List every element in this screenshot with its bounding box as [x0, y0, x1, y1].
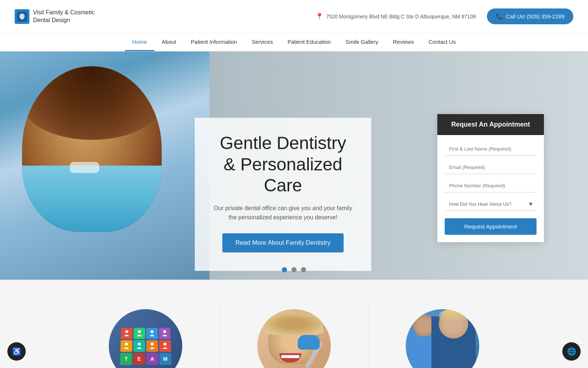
email-input[interactable]	[445, 161, 537, 174]
nav-patient-information[interactable]: Patient Information	[183, 33, 244, 51]
card-patient	[370, 302, 514, 368]
hero-content: Gentle Dentistry & Personalized Care Our…	[195, 118, 371, 271]
svg-point-8	[164, 343, 166, 346]
block-E: E	[133, 353, 145, 365]
hero-person-face	[22, 66, 162, 232]
call-label: Call Us! (505) 359-2289	[506, 13, 564, 20]
team-blocks-grid: T E A M	[120, 328, 171, 365]
hero-shirt	[22, 166, 162, 232]
appointment-form-header: Request An Appointment	[437, 114, 544, 135]
slide-dot-1[interactable]	[282, 267, 287, 272]
appointment-form-body: How Did You Hear About Us? Google Facebo…	[437, 135, 544, 242]
patient-bg	[431, 316, 476, 368]
hero-subtitle: Our private dental office can give you a…	[213, 204, 353, 222]
nav-reviews[interactable]: Reviews	[386, 33, 421, 51]
nav-services[interactable]: Services	[244, 33, 280, 51]
slide-dot-2[interactable]	[291, 267, 297, 272]
accessibility-icon: ♿	[12, 347, 21, 356]
svg-point-6	[138, 343, 141, 346]
svg-point-1	[125, 330, 128, 333]
slide-dots	[282, 267, 306, 272]
hear-about-select[interactable]: How Did You Hear About Us? Google Facebo…	[445, 198, 537, 210]
card-dental	[222, 302, 366, 368]
block-A: A	[146, 353, 158, 365]
block-4	[159, 328, 171, 339]
card-divider-2	[368, 302, 368, 368]
address-area: 📍 7520 Montgomery Blvd NE Bldg C Ste D A…	[315, 13, 476, 21]
hero-image	[0, 52, 209, 280]
card-patient-image	[406, 309, 479, 368]
hero-section: Gentle Dentistry & Personalized Care Our…	[0, 52, 588, 280]
call-button[interactable]: 📞 Call Us! (505) 359-2289	[487, 8, 573, 24]
site-header: Visit Family & Cosmetic Dental Design 📍 …	[0, 0, 588, 33]
teeth	[281, 355, 300, 358]
main-nav: Home About Patient Information Services …	[0, 33, 588, 52]
logo-area[interactable]: Visit Family & Cosmetic Dental Design	[15, 9, 99, 24]
glove	[298, 335, 320, 350]
hero-title: Gentle Dentistry & Personalized Care	[213, 132, 353, 196]
nav-patient-education[interactable]: Patient Education	[280, 33, 338, 51]
logo-text: Visit Family & Cosmetic Dental Design	[33, 9, 99, 24]
card-divider-1	[220, 302, 220, 368]
svg-point-7	[151, 343, 154, 346]
nav-contact-us[interactable]: Contact Us	[421, 33, 463, 51]
svg-point-5	[125, 343, 128, 346]
appointment-form: Request An Appointment How Did You Hear …	[437, 114, 544, 242]
block-M: M	[159, 353, 171, 365]
block-2	[133, 328, 145, 339]
hero-hair	[22, 66, 162, 140]
svg-point-2	[138, 330, 141, 333]
hero-smile	[70, 162, 99, 173]
card-team: T E A M	[74, 302, 218, 368]
submit-appointment-button[interactable]: Request Appointment	[445, 218, 537, 235]
accessibility-button[interactable]: ♿	[7, 342, 26, 361]
svg-point-4	[163, 330, 166, 333]
phone-input[interactable]	[445, 179, 537, 192]
svg-point-3	[151, 330, 154, 333]
dental-illustration	[261, 313, 327, 368]
phone-icon: 📞	[496, 13, 503, 20]
hear-about-wrapper: How Did You Hear About Us? Google Facebo…	[445, 198, 537, 211]
block-7	[146, 340, 158, 352]
block-3	[146, 328, 158, 339]
block-8	[159, 340, 171, 352]
block-6	[133, 340, 145, 352]
block-1	[121, 328, 132, 339]
doctor-illustration	[409, 313, 476, 368]
patient-hair	[265, 313, 323, 335]
hero-cta-button[interactable]: Read More About Family Dentistry	[222, 233, 344, 252]
logo-icon	[15, 9, 29, 24]
nav-smile-gallery[interactable]: Smile Gallery	[338, 33, 386, 51]
header-right: 📍 7520 Montgomery Blvd NE Bldg C Ste D A…	[315, 8, 573, 24]
location-icon: 📍	[315, 13, 323, 21]
card-team-image: T E A M	[109, 309, 182, 368]
globe-icon: 🌐	[567, 347, 576, 356]
address-text: 7520 Montgomery Blvd NE Bldg C Ste D Alb…	[326, 14, 476, 20]
patient-head-2	[439, 309, 468, 339]
cards-section: T E A M	[0, 280, 588, 368]
card-dental-image	[257, 309, 331, 368]
name-input[interactable]	[445, 142, 537, 156]
nav-about[interactable]: About	[154, 33, 183, 51]
block-T: T	[120, 353, 132, 365]
block-5	[120, 340, 132, 352]
slide-dot-3[interactable]	[301, 267, 306, 272]
patient-blond-hair	[439, 309, 468, 322]
globe-button[interactable]: 🌐	[562, 342, 581, 361]
nav-home[interactable]: Home	[125, 33, 154, 51]
